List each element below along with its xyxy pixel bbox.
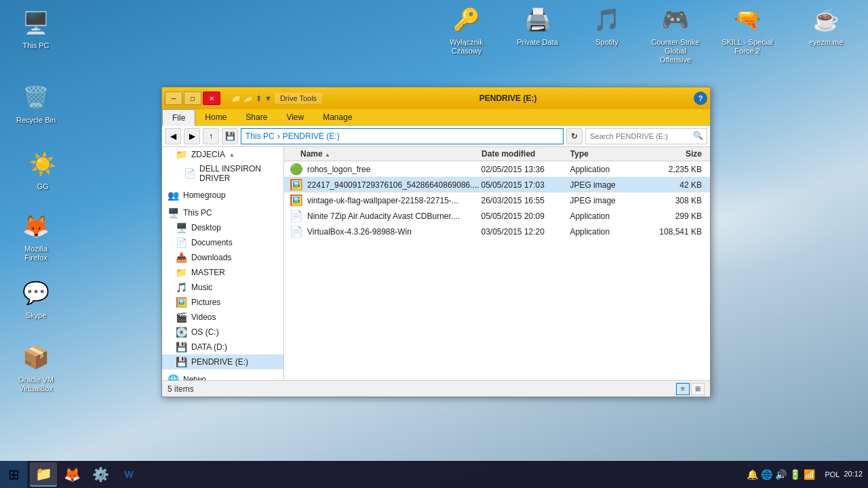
nav-item-music[interactable]: 🎵 Music: [162, 280, 283, 295]
file-row[interactable]: 🟢 rohos_logon_free 02/05/2015 13:36 Appl…: [284, 161, 710, 177]
app-icon: 📄: [290, 225, 303, 238]
minimize-button[interactable]: ─: [165, 92, 182, 105]
desktop-icon-wylacznik[interactable]: 🔑 Wyłącznik Czasowy: [439, 3, 494, 56]
nav-item-homegroup[interactable]: 👥 Homegroup: [162, 188, 283, 203]
tab-file[interactable]: File: [162, 109, 195, 126]
nav-label-pictures: Pictures: [191, 298, 220, 307]
this-pc-nav-icon: 🖥️: [167, 207, 179, 218]
taskbar-firefox[interactable]: 🦊: [58, 462, 85, 487]
file-name-text: Ninite 7Zip Air Audacity Avast CDBurner.…: [307, 211, 460, 221]
address-path[interactable]: This PC › PENDRIVE (E:): [241, 128, 564, 144]
file-type: Application: [570, 165, 646, 174]
col-header-date[interactable]: Date modified: [481, 149, 570, 159]
nav-item-os-c[interactable]: 💽 OS (C:): [162, 325, 283, 340]
desktop-icon-skype[interactable]: 💬 Skype: [12, 277, 60, 320]
file-row[interactable]: 📄 Ninite 7Zip Air Audacity Avast CDBurne…: [284, 208, 710, 224]
java-icon: ☕: [810, 3, 842, 36]
nav-item-zdjecia[interactable]: 📁 ZDJECIA ▲: [162, 147, 283, 162]
file-type: Application: [570, 227, 646, 237]
folder-icon: 📁: [176, 149, 187, 160]
nav-item-master[interactable]: 📁 MASTER: [162, 265, 283, 280]
network-tray-icon[interactable]: 📶: [804, 469, 815, 480]
help-button[interactable]: ?: [694, 92, 707, 105]
large-icons-button[interactable]: ⊞: [691, 383, 705, 395]
nav-item-network[interactable]: 🌐 Netwo...: [162, 372, 283, 380]
taskbar-word[interactable]: W: [115, 462, 142, 487]
desktop-icon-csgo[interactable]: 🎮 Counter-Strike Global Offensive: [648, 3, 703, 65]
desktop: 🖥️ This PC 🗑️ Recycle Bin ☀️ GG 🦊 Mozill…: [0, 0, 868, 488]
tab-view[interactable]: View: [277, 109, 313, 125]
file-type: Application: [570, 211, 646, 221]
notification-icon[interactable]: 🔔: [747, 469, 758, 480]
nav-item-dell[interactable]: 📄 DELL INSPIRON DRIVER: [162, 162, 283, 185]
file-list: Name ▲ Date modified Type Size 🟢 rohos_l…: [284, 147, 710, 380]
forward-button[interactable]: ▶: [184, 128, 200, 144]
nav-item-this-pc[interactable]: 🖥️ This PC: [162, 205, 283, 220]
spotify-icon: 🎵: [591, 3, 623, 36]
nav-label-documents: Documents: [191, 238, 233, 247]
breadcrumb-thispc[interactable]: This PC: [245, 131, 275, 141]
nav-item-documents[interactable]: 📄 Documents: [162, 235, 283, 250]
tab-home[interactable]: Home: [195, 109, 236, 125]
desktop-icon-private-data[interactable]: 🖨️ Private Data: [512, 3, 563, 47]
col-header-type[interactable]: Type: [570, 149, 646, 159]
clock-time: 20:12: [844, 469, 863, 479]
nav-label-downloads: Downloads: [191, 253, 231, 262]
taskbar-file-explorer[interactable]: 📁: [30, 462, 57, 487]
recycle-bin-icon: 🗑️: [20, 81, 52, 114]
desktop-icon-gg[interactable]: ☀️ GG: [19, 148, 66, 191]
virtualbox-label: Oracle VM VirtualBox: [12, 375, 60, 393]
spotify-label: Spotify: [595, 38, 618, 47]
taskbar-settings[interactable]: ⚙️: [87, 462, 114, 487]
file-date: 02/05/2015 13:36: [481, 165, 570, 174]
desktop-icon-virtualbox[interactable]: 📦 Oracle VM VirtualBox: [12, 341, 60, 393]
nav-item-pictures[interactable]: 🖼️ Pictures: [162, 295, 283, 310]
pendrive-e-icon: 💾: [176, 357, 187, 367]
close-button[interactable]: ✕: [203, 92, 220, 105]
nav-item-data-d[interactable]: 💾 DATA (D:): [162, 340, 283, 354]
this-pc-label: This PC: [22, 41, 49, 50]
content-area: 📁 ZDJECIA ▲ 📄 DELL INSPIRON DRIVER 👥 Hom…: [162, 147, 710, 380]
file-row[interactable]: 📄 VirtualBox-4.3.26-98988-Win 03/05/2015…: [284, 224, 710, 239]
nav-item-downloads[interactable]: 📥 Downloads: [162, 250, 283, 265]
battery-icon[interactable]: 🔋: [789, 469, 801, 480]
file-date: 05/05/2015 20:09: [481, 211, 570, 221]
nav-item-videos[interactable]: 🎬 Videos: [162, 310, 283, 325]
desktop-icon-recycle-bin[interactable]: 🗑️ Recycle Bin: [12, 81, 60, 125]
details-view-button[interactable]: ≡: [676, 383, 690, 395]
language-indicator[interactable]: POL: [821, 470, 844, 479]
network-icon: 🌐: [167, 374, 179, 380]
col-header-size[interactable]: Size: [646, 149, 710, 159]
search-icon: 🔍: [693, 131, 703, 140]
nav-item-pendrive-e[interactable]: 💾 PENDRIVE (E:): [162, 354, 283, 369]
ribbon-tabs: File Home Share View Manage: [162, 109, 710, 126]
desktop-icon-firefox[interactable]: 🦊 Mozilla Firefox: [12, 210, 60, 262]
file-row[interactable]: 🖼️ 22417_940091729376106_54286640869086.…: [284, 177, 710, 192]
desktop-icon-java[interactable]: ☕ eyezm.me: [802, 3, 850, 47]
language-bar-icon[interactable]: 🌐: [761, 469, 772, 480]
file-size: 299 KB: [646, 211, 710, 221]
file-name-cell: 🖼️ 22417_940091729376106_54286640869086.…: [284, 178, 481, 191]
maximize-button[interactable]: □: [184, 92, 201, 105]
refresh-button[interactable]: ↻: [566, 128, 583, 144]
nav-item-desktop[interactable]: 🖥️ Desktop: [162, 220, 283, 235]
desktop-icon-spotify[interactable]: 🎵 Spotify: [583, 3, 631, 47]
file-name-text: VirtualBox-4.3.26-98988-Win: [307, 227, 412, 237]
tab-share[interactable]: Share: [236, 109, 277, 125]
title-bar: ─ □ ✕ 📁 📂 ⬆ ▼ Drive Tools PENDRIVE (E:) …: [162, 87, 710, 109]
file-size: 108,541 KB: [646, 227, 710, 237]
col-header-name[interactable]: Name ▲: [284, 149, 481, 159]
app-icon: 🟢: [290, 163, 303, 176]
tab-manage[interactable]: Manage: [313, 109, 361, 125]
file-row[interactable]: 🖼️ vintage-uk-flag-wallpaper-22158-22715…: [284, 192, 710, 208]
desktop-icon-this-pc[interactable]: 🖥️ This PC: [12, 7, 60, 50]
start-button[interactable]: ⊞: [0, 461, 27, 488]
search-input[interactable]: [585, 128, 707, 144]
breadcrumb-pendrive[interactable]: PENDRIVE (E:): [283, 131, 340, 141]
up-button[interactable]: ↑: [203, 128, 219, 144]
quick-access-dropdown[interactable]: ▼: [264, 94, 272, 103]
back-button[interactable]: ◀: [165, 128, 181, 144]
nav-label-os-c: OS (C:): [191, 327, 219, 337]
speaker-icon[interactable]: 🔊: [775, 469, 787, 480]
desktop-icon-skillz[interactable]: 🔫 SKILL - Special Force 2: [720, 3, 774, 56]
